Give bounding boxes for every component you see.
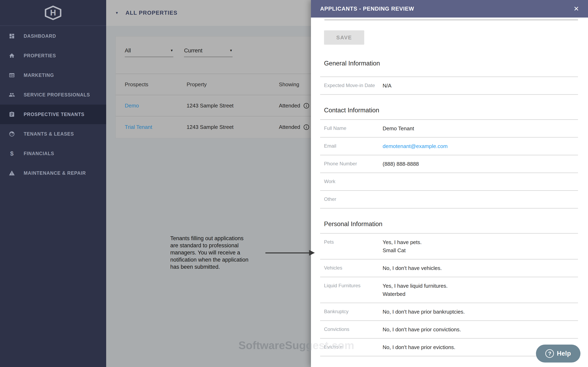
sidebar-item-maintenance-repair[interactable]: MAINTENANCE & REPAIR bbox=[0, 163, 106, 183]
sidebar-item-label: MARKETING bbox=[24, 73, 54, 78]
annotation-line: Tenants filling out applications bbox=[170, 235, 266, 242]
annotation-line: are standard to professional bbox=[170, 242, 266, 249]
clipboard-icon bbox=[0, 111, 24, 117]
column-header-prospects: Prospects bbox=[125, 81, 187, 88]
row-label: Vehicles bbox=[324, 264, 383, 271]
prospect-link[interactable]: Trial Tenant bbox=[125, 124, 187, 130]
sidebar-item-service-professionals[interactable]: SERVICE PROFESSIONALS bbox=[0, 85, 106, 105]
dashboard-icon bbox=[0, 33, 24, 39]
sidebar-item-marketing[interactable]: MARKETING bbox=[0, 66, 106, 85]
property-selector[interactable]: ALL PROPERTIES bbox=[126, 10, 178, 16]
app-logo: H bbox=[0, 0, 106, 26]
section-heading: Personal Information bbox=[324, 220, 578, 228]
row-label: Email bbox=[324, 142, 383, 149]
row-value: N/A bbox=[383, 82, 391, 90]
sidebar-item-label: TENANTS & LEASES bbox=[24, 131, 74, 137]
warning-triangle-icon bbox=[0, 170, 24, 176]
sidebar-item-properties[interactable]: PROPERTIES bbox=[0, 46, 106, 66]
sidebar-item-dashboard[interactable]: DASHBOARD bbox=[0, 26, 106, 46]
section-rows: Expected Move-in Date N/A bbox=[320, 76, 578, 95]
email-link[interactable]: demotenant@example.com bbox=[383, 142, 448, 150]
detail-row: Liquid Furnitures Yes, I have liquid fur… bbox=[320, 277, 578, 303]
row-value: Waterbed bbox=[383, 290, 448, 298]
row-value: No, I don't have prior evictions. bbox=[383, 343, 455, 351]
column-header-property: Property bbox=[187, 81, 279, 88]
status-filter[interactable]: Current ▼ bbox=[184, 48, 233, 57]
sidebar-item-label: MAINTENANCE & REPAIR bbox=[24, 170, 86, 176]
help-button[interactable]: ? Help bbox=[536, 345, 580, 363]
row-label: Pets bbox=[324, 238, 383, 245]
modal-title: APPLICANTS - PENDING REVIEW bbox=[320, 6, 573, 12]
svg-text:H: H bbox=[50, 8, 56, 17]
detail-row: Expected Move-in Date N/A bbox=[320, 77, 578, 95]
annotation-arrow-head bbox=[309, 250, 315, 256]
sidebar-item-label: DASHBOARD bbox=[24, 33, 56, 39]
annotation-note: Tenants filling out applications are sta… bbox=[170, 235, 266, 271]
property-cell: 1243 Sample Street bbox=[187, 124, 279, 130]
row-value: Small Cat bbox=[383, 246, 422, 254]
row-value: No, I don't have prior convictions. bbox=[383, 325, 461, 334]
scrolled-field-divider bbox=[324, 20, 578, 20]
row-label: Evictions bbox=[324, 343, 383, 350]
detail-row: Vehicles No, I don't have vehicles. bbox=[320, 259, 578, 277]
annotation-arrow-line bbox=[265, 252, 310, 253]
row-value: No, I don't have vehicles. bbox=[383, 264, 442, 272]
annotation-line: managers. You will receive a bbox=[170, 249, 266, 256]
detail-row: Full Name Demo Tenant bbox=[320, 120, 578, 138]
filter-selected-value: All bbox=[125, 48, 131, 54]
marketing-card-icon bbox=[0, 72, 24, 78]
info-icon[interactable] bbox=[303, 103, 309, 109]
row-label: Full Name bbox=[324, 124, 383, 131]
showing-status: Attended bbox=[279, 124, 300, 130]
detail-row: Pets Yes, I have pets. Small Cat bbox=[320, 234, 578, 259]
row-label: Convictions bbox=[324, 325, 383, 332]
prospect-type-filter[interactable]: All ▼ bbox=[125, 48, 173, 57]
detail-row: Phone Number (888) 888-8888 bbox=[320, 155, 578, 173]
row-label: Expected Move-in Date bbox=[324, 82, 383, 88]
sidebar-item-financials[interactable]: $ FINANCIALS bbox=[0, 144, 106, 163]
people-icon bbox=[0, 92, 24, 98]
row-value: (888) 888-8888 bbox=[383, 160, 419, 168]
detail-row: Email demotenant@example.com bbox=[320, 138, 578, 155]
row-value-group: Yes, I have liquid furnitures. Waterbed bbox=[383, 282, 448, 298]
sidebar: H DASHBOARD PROPERTIES MARKETING SERVI bbox=[0, 0, 106, 367]
close-icon[interactable]: ✕ bbox=[573, 6, 579, 12]
row-label: Phone Number bbox=[324, 160, 383, 167]
prospect-link[interactable]: Demo bbox=[125, 103, 187, 109]
showing-status: Attended bbox=[279, 103, 300, 109]
home-icon bbox=[0, 53, 24, 59]
filter-selected-value: Current bbox=[184, 48, 202, 54]
row-label: Work bbox=[324, 178, 383, 184]
section-heading: General Information bbox=[324, 60, 578, 67]
chevron-down-icon: ▼ bbox=[170, 48, 173, 52]
sidebar-item-label: PROSPECTIVE TENANTS bbox=[24, 112, 85, 117]
hexagon-h-logo: H bbox=[44, 6, 62, 20]
dollar-icon: $ bbox=[0, 150, 24, 157]
row-value: Demo Tenant bbox=[383, 124, 414, 133]
row-value: No, I don't have prior bankruptcies. bbox=[383, 308, 465, 316]
sidebar-item-prospective-tenants[interactable]: PROSPECTIVE TENANTS bbox=[0, 105, 106, 124]
row-value: Yes, I have pets. bbox=[383, 238, 422, 246]
save-button[interactable]: SAVE bbox=[324, 30, 364, 45]
section-heading: Contact Information bbox=[324, 107, 578, 114]
row-label: Bankruptcy bbox=[324, 308, 383, 314]
annotation-line: has been submitted. bbox=[170, 263, 266, 271]
detail-row: Other bbox=[320, 191, 578, 209]
row-value-group: Yes, I have pets. Small Cat bbox=[383, 238, 422, 254]
help-button-label: Help bbox=[557, 350, 571, 357]
info-icon[interactable] bbox=[303, 124, 309, 130]
modal-header: APPLICANTS - PENDING REVIEW ✕ bbox=[311, 0, 588, 17]
annotation-line: notification when the application bbox=[170, 256, 266, 263]
sidebar-item-label: PROPERTIES bbox=[24, 53, 56, 58]
row-value: Yes, I have liquid furnitures. bbox=[383, 282, 448, 290]
chevron-down-icon[interactable]: ▼ bbox=[115, 11, 119, 15]
sidebar-item-tenants-leases[interactable]: TENANTS & LEASES bbox=[0, 124, 106, 144]
face-icon bbox=[0, 131, 24, 137]
detail-row: Bankruptcy No, I don't have prior bankru… bbox=[320, 303, 578, 321]
detail-row: Work bbox=[320, 173, 578, 191]
property-cell: 1243 Sample Street bbox=[187, 103, 279, 109]
detail-row: Convictions No, I don't have prior convi… bbox=[320, 321, 578, 339]
applicants-modal: APPLICANTS - PENDING REVIEW ✕ SAVE Gener… bbox=[311, 0, 588, 367]
question-circle-icon: ? bbox=[545, 349, 554, 358]
modal-content: SAVE General Information Expected Move-i… bbox=[311, 17, 588, 367]
